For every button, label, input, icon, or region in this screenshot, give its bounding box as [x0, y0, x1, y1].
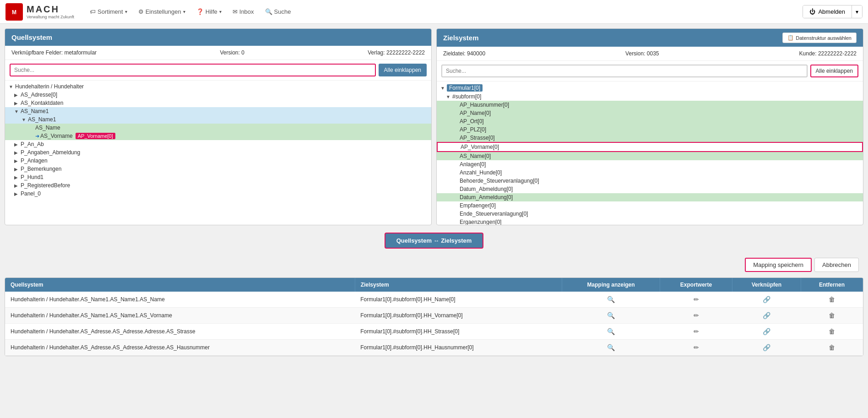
header-actions: ⏻ Abmelden ▾ — [803, 5, 863, 18]
entfernen-button[interactable]: 🗑 — [827, 327, 837, 336]
toggle-icon — [453, 203, 460, 208]
tree-label: AS_Name[0] — [460, 153, 491, 159]
abbrechen-button[interactable]: Abbrechen — [814, 258, 859, 272]
exportwerte-button[interactable]: ✏ — [692, 295, 701, 304]
mapping-speichern-button[interactable]: Mapping speichern — [745, 258, 812, 272]
tree-item[interactable]: AP_PLZ[0] — [437, 125, 863, 134]
tree-label: Hundehalterin / Hundehalter — [15, 83, 84, 90]
toggle-icon: ▶ — [14, 142, 21, 147]
nav-sortiment[interactable]: 🏷 Sortiment ▾ — [85, 5, 132, 18]
quellsystem-search-input[interactable] — [10, 64, 376, 76]
exportwerte-button[interactable]: ✏ — [692, 327, 701, 336]
tree-item[interactable]: AP_Ort[0] — [437, 117, 863, 125]
tree-item-as-vorname[interactable]: ➜ AS_Vorname AP_Vorname[0] — [5, 132, 431, 140]
exportwerte-button[interactable]: ✏ — [692, 311, 701, 320]
tree-item[interactable]: AS_Name[0] — [437, 152, 863, 160]
tree-item[interactable]: ▶ P_Angaben_Abmeldung — [5, 148, 431, 157]
tree-item[interactable]: ▶ P_Anlagen — [5, 157, 431, 165]
toggle-icon — [453, 136, 460, 141]
tree-label: P_Angaben_Abmeldung — [21, 149, 80, 156]
tree-item[interactable]: Empfaenger[0] — [437, 201, 863, 210]
tree-label: AP_Strasse[0] — [460, 135, 495, 141]
tree-item[interactable]: Behoerde_Steuerveranlagung[0] — [437, 177, 863, 185]
tree-item-ap-vorname[interactable]: AP_Vorname[0] — [437, 142, 863, 152]
tree-label: Empfaenger[0] — [460, 202, 496, 209]
quellsystem-alle-button[interactable]: Alle einklappen — [379, 64, 427, 76]
tree-label: P_An_Ab — [21, 141, 44, 147]
toggle-icon: ▶ — [14, 183, 21, 188]
toggle-icon — [453, 119, 460, 124]
tree-label: P_RegisteredBefore — [21, 182, 70, 189]
badge: AP_Vorname[0] — [76, 133, 115, 139]
exportwerte-button[interactable]: ✏ — [692, 343, 701, 352]
toggle-icon — [453, 187, 460, 192]
tree-item[interactable]: Anzahl_Hunde[0] — [437, 168, 863, 177]
nav-suche[interactable]: 🔍 Suche — [260, 5, 296, 18]
cell-mapping-anzeigen: 🔍 — [562, 308, 660, 324]
nav-einstellungen[interactable]: ⚙ Einstellungen ▾ — [134, 5, 190, 18]
mapping-anzeigen-button[interactable]: 🔍 — [605, 327, 617, 336]
tree-item[interactable]: ▶ Panel_0 — [5, 190, 431, 198]
cell-exportwerte: ✏ — [660, 324, 732, 340]
table-row: Hundehalterin / Hundehalter.AS_Adresse.A… — [5, 324, 863, 340]
table-header-row: Quellsystem Zielsystem Mapping anzeigen … — [5, 278, 863, 292]
nav-inbox[interactable]: ✉ Inbox — [228, 5, 259, 18]
nav-hilfe[interactable]: ❓ Hilfe ▾ — [192, 5, 226, 18]
tree-item[interactable]: ▶ P_Hund1 — [5, 173, 431, 181]
mapping-anzeigen-button[interactable]: 🔍 — [605, 311, 617, 320]
logout-dropdown-button[interactable]: ▾ — [852, 5, 862, 18]
entfernen-button[interactable]: 🗑 — [827, 295, 837, 304]
col-zielsystem: Zielsystem — [355, 278, 562, 292]
logo: M MACH Verwaltung macht Zukunft — [5, 3, 74, 21]
quellsystem-tree: ▼ Hundehalterin / Hundehalter ▶ AS_Adres… — [5, 81, 431, 225]
tree-item[interactable]: ▶ AS_Kontaktdaten — [5, 99, 431, 107]
tree-label: P_Hund1 — [21, 174, 43, 180]
toggle-icon — [453, 127, 460, 132]
mapping-anzeigen-button[interactable]: 🔍 — [605, 343, 617, 352]
verknuepfen-button[interactable]: 🔗 — [761, 311, 772, 320]
gear-icon: ⚙ — [138, 8, 144, 15]
tree-item[interactable]: ▼ AS_Name1 — [5, 107, 431, 115]
svg-text:M: M — [12, 9, 16, 16]
tree-item[interactable]: AP_Strasse[0] — [437, 134, 863, 142]
nav-einstellungen-label: Einstellungen — [146, 8, 181, 15]
tree-item[interactable]: Anlagen[0] — [437, 160, 863, 168]
tree-item[interactable]: AP_Hausnummer[0] — [437, 101, 863, 109]
tree-label: AS_Vorname — [40, 133, 73, 139]
quellsystem-meta-fields: Verknüpfbare Felder: metaformular — [11, 49, 97, 56]
nav-sortiment-label: Sortiment — [98, 8, 123, 15]
tree-item[interactable]: AS_Name — [5, 124, 431, 132]
tree-item[interactable]: AP_Name[0] — [437, 109, 863, 117]
verknuepfen-button[interactable]: 🔗 — [761, 327, 772, 336]
connect-button[interactable]: Quellsystem ↔ Zielsystem — [385, 233, 484, 249]
tree-item[interactable]: ▶ P_Bemerkungen — [5, 165, 431, 173]
logo-brand: MACH — [27, 4, 60, 15]
tree-item-formular[interactable]: ▼ Formular1[0] — [437, 83, 863, 92]
tree-item[interactable]: ▼ AS_Name1 — [5, 115, 431, 124]
mapping-anzeigen-button[interactable]: 🔍 — [605, 295, 617, 304]
verknuepfen-button[interactable]: 🔗 — [761, 295, 772, 304]
datenstruktur-button[interactable]: 📋 Datenstruktur auswählen — [782, 33, 857, 43]
entfernen-button[interactable]: 🗑 — [827, 311, 837, 320]
entfernen-button[interactable]: 🗑 — [827, 343, 837, 352]
tree-item[interactable]: ▼ Hundehalterin / Hundehalter — [5, 82, 431, 91]
tree-item[interactable]: ▶ P_RegisteredBefore — [5, 181, 431, 190]
quellsystem-header: Quellsystem — [5, 29, 431, 46]
tree-item[interactable]: Datum_Abmeldung[0] — [437, 185, 863, 193]
tree-item[interactable]: Ende_Steuerveranlagung[0] — [437, 210, 863, 218]
tree-item[interactable]: Ergaenzungen[0] — [437, 218, 863, 225]
cell-mapping-anzeigen: 🔍 — [562, 292, 660, 308]
tree-label: Behoerde_Steuerveranlagung[0] — [460, 178, 539, 184]
toggle-icon — [453, 111, 460, 116]
cell-exportwerte: ✏ — [660, 340, 732, 356]
logout-button[interactable]: ⏻ Abmelden — [803, 5, 852, 18]
cell-exportwerte: ✏ — [660, 292, 732, 308]
tree-item[interactable]: ▼ #subform[0] — [437, 92, 863, 101]
tree-item[interactable]: ▶ P_An_Ab — [5, 140, 431, 148]
zielsystem-alle-button[interactable]: Alle einklappen — [810, 65, 858, 77]
tree-item[interactable]: Datum_Anmeldung[0] — [437, 193, 863, 201]
cell-verknuepfen: 🔗 — [732, 308, 801, 324]
verknuepfen-button[interactable]: 🔗 — [761, 343, 772, 352]
tree-item[interactable]: ▶ AS_Adresse[0] — [5, 91, 431, 99]
zielsystem-search-input[interactable] — [441, 65, 808, 77]
